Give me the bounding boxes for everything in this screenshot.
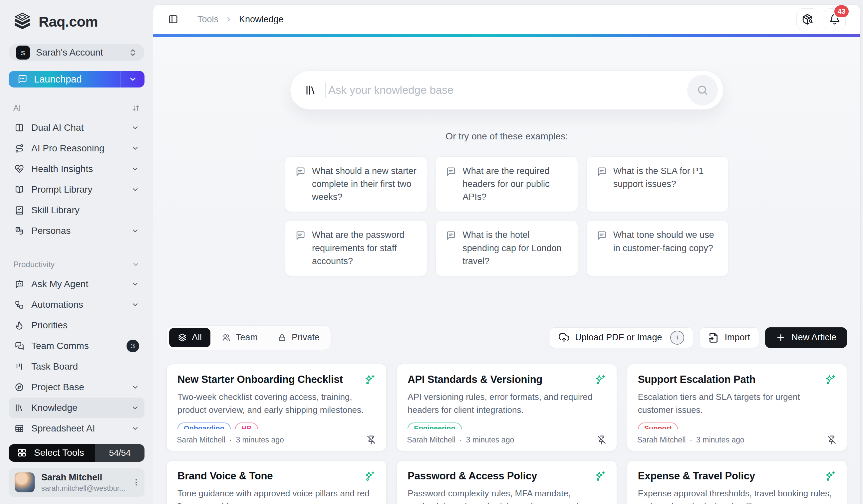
launchpad-dropdown[interactable] (121, 71, 145, 88)
article-card-brand-voice-tone[interactable]: Brand Voice & Tone Tone guidance with ap… (166, 461, 387, 504)
info-icon[interactable] (670, 331, 684, 345)
sidebar-item-ai-pro-reasoning[interactable]: AI Pro Reasoning (9, 138, 145, 159)
sidebar-item-label: Ask My Agent (31, 279, 88, 289)
ai-sparkles-icon[interactable] (825, 471, 836, 482)
lock-icon (278, 333, 287, 342)
package-search-button[interactable] (797, 8, 818, 30)
sidebar-item-ask-my-agent[interactable]: Ask My Agent (9, 274, 145, 294)
select-tools-button[interactable]: Select Tools 54/54 (9, 444, 145, 462)
pin-off-icon[interactable] (366, 435, 376, 445)
example-question-card[interactable]: What are the required headers for our pu… (436, 156, 578, 212)
filter-tab-team[interactable]: Team (213, 328, 266, 347)
example-question-card[interactable]: What is the hotel spending cap for Londo… (436, 220, 578, 276)
article-time: 3 minutes ago (466, 436, 514, 444)
sidebar-item-team-comms[interactable]: Team Comms3 (9, 336, 145, 356)
sparkles-icon (825, 471, 836, 482)
article-body: Password & Access Policy Password comple… (397, 461, 616, 504)
sidebar-item-label: Health Insights (31, 164, 93, 174)
upload-pdf-button[interactable]: Upload PDF or Image (550, 327, 693, 348)
search-input[interactable] (328, 84, 687, 96)
profile-card[interactable]: Sarah Mitchell sarah.mitchell@westbur... (9, 468, 145, 497)
article-time: 3 minutes ago (236, 436, 284, 444)
example-question-text: What is the SLA for P1 support issues? (613, 165, 718, 204)
import-button[interactable]: Import (699, 327, 759, 348)
article-card-expense-travel-policy[interactable]: Expense & Travel Policy Expense approval… (627, 461, 847, 504)
article-card-new-starter-onboarding-checklist[interactable]: New Starter Onboarding Checklist Two-wee… (166, 364, 387, 451)
pin-off-icon[interactable] (827, 435, 837, 445)
example-question-text: What is the hotel spending cap for Londo… (462, 229, 567, 268)
tag-engineering[interactable]: Engineering (408, 423, 462, 429)
sidebar-item-health-insights[interactable]: Health Insights (9, 159, 145, 179)
masks-icon (15, 226, 24, 235)
article-card-password-access-policy[interactable]: Password & Access Policy Password comple… (397, 461, 617, 504)
ai-sparkles-icon[interactable] (595, 471, 606, 482)
ellipsis-menu-icon[interactable] (132, 478, 140, 487)
example-question-card[interactable]: What tone should we use in customer-faci… (586, 220, 728, 276)
sidebar-toggle-icon[interactable] (168, 14, 178, 25)
account-avatar: s (16, 46, 30, 60)
pin-off-icon[interactable] (597, 435, 606, 445)
notifications-button[interactable]: 43 (824, 8, 846, 30)
route-icon (15, 144, 24, 153)
chevron-down-icon (131, 404, 139, 412)
filter-tab-all[interactable]: All (169, 328, 210, 347)
example-question-card[interactable]: What should a new starter complete in th… (285, 156, 427, 212)
chevrons-up-down-icon (128, 48, 137, 57)
tag-support[interactable]: Support (638, 423, 678, 429)
table-icon (15, 424, 24, 433)
search-submit-button[interactable] (687, 75, 718, 105)
launchpad-button[interactable]: Launchpad (9, 71, 145, 88)
ai-sparkles-icon[interactable] (364, 471, 376, 482)
ai-sparkles-icon[interactable] (825, 374, 836, 386)
nav-section-label: Productivity (13, 260, 54, 269)
sidebar-item-priorities[interactable]: Priorities (9, 315, 145, 336)
sidebar-item-skill-library[interactable]: Skill Library (9, 200, 145, 221)
chevron-down-icon (131, 383, 139, 391)
meta-divider: · (229, 436, 232, 444)
breadcrumb-tools[interactable]: Tools (198, 14, 218, 25)
tag-onboarding[interactable]: Onboarding (177, 423, 231, 429)
layers-icon (178, 333, 187, 342)
knowledge-search-bar[interactable] (290, 70, 724, 110)
filter-tab-private[interactable]: Private (269, 328, 328, 347)
library-icon (15, 403, 24, 413)
article-title: New Starter Onboarding Checklist (177, 374, 343, 386)
sidebar-item-dual-ai-chat[interactable]: Dual AI Chat (9, 117, 145, 138)
sidebar-item-label: Personas (31, 225, 71, 236)
filter-tab-label: Team (236, 332, 258, 343)
article-card-api-standards-versioning[interactable]: API Standards & Versioning API versionin… (397, 364, 617, 451)
text-caret (326, 82, 326, 98)
sparkles-icon (595, 374, 606, 386)
select-tools-label: Select Tools (34, 448, 84, 458)
ai-sparkles-icon[interactable] (364, 374, 376, 386)
sidebar-item-spreadsheet-ai[interactable]: Spreadsheet AI (9, 418, 145, 439)
sidebar-item-automations[interactable]: Automations (9, 294, 145, 315)
sidebar-item-prompt-library[interactable]: Prompt Library (9, 179, 145, 200)
new-article-button[interactable]: New Article (765, 327, 847, 348)
example-question-card[interactable]: What are the password requirements for s… (285, 220, 427, 276)
tag-hr[interactable]: HR (235, 423, 258, 429)
kanban-icon (15, 362, 24, 371)
chevron-down-icon (131, 165, 139, 173)
article-card-support-escalation-path[interactable]: Support Escalation Path Escalation tiers… (627, 364, 847, 451)
article-body: Expense & Travel Policy Expense approval… (627, 461, 847, 504)
chevron-down-icon (131, 124, 139, 132)
chevron-down-icon[interactable] (132, 260, 140, 269)
sidebar-item-project-base[interactable]: Project Base (9, 377, 145, 398)
launchpad-main[interactable]: Launchpad (9, 71, 121, 88)
launchpad-label: Launchpad (34, 74, 82, 85)
article-author: Sarah Mitchell (177, 436, 225, 444)
sidebar-item-task-board[interactable]: Task Board (9, 356, 145, 377)
article-footer: Sarah Mitchell·3 minutes ago (167, 429, 386, 451)
account-switcher[interactable]: s Sarah's Account (9, 44, 145, 61)
ai-sparkles-icon[interactable] (595, 374, 606, 386)
sidebar-item-personas[interactable]: Personas (9, 221, 145, 241)
sort-icon[interactable] (132, 104, 140, 112)
breadcrumb-current: Knowledge (239, 14, 284, 25)
example-question-text: What are the password requirements for s… (312, 229, 417, 268)
article-title: Expense & Travel Policy (638, 470, 755, 482)
sidebar-item-knowledge[interactable]: Knowledge (9, 398, 145, 418)
new-article-label: New Article (791, 332, 836, 343)
cloud-upload-icon (559, 332, 569, 343)
example-question-card[interactable]: What is the SLA for P1 support issues? (586, 156, 728, 212)
